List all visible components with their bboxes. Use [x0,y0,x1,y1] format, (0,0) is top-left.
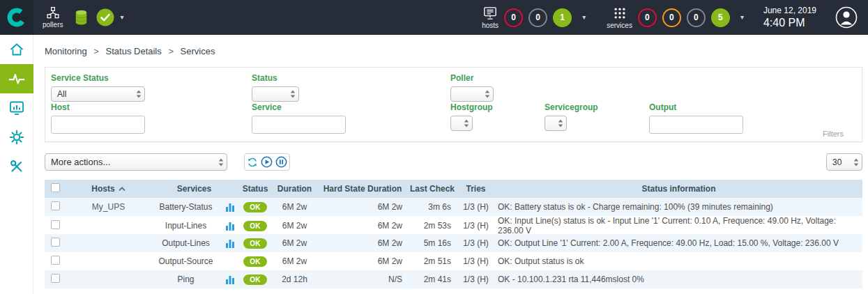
play-button[interactable] [261,156,273,168]
services-menu[interactable]: services [607,6,632,29]
services-chevron-down-icon[interactable]: ▾ [740,14,744,21]
service-name[interactable]: Output-Lines [150,238,222,248]
last-check-value: 2m 53s [408,221,457,231]
sidebar-item-monitoring[interactable] [0,64,33,93]
centreon-c-icon [6,7,27,28]
duration-value: 2d 12h [272,274,317,284]
output-label: Output [649,102,743,112]
host-label: Host [51,102,145,112]
filters-panel: Service Status All Status P [45,67,862,142]
service-graph-button[interactable] [222,222,238,231]
sidebar [0,35,33,294]
gear-icon [8,129,25,146]
service-name[interactable]: Ping [150,274,222,284]
service-graph-button[interactable] [222,275,238,284]
row-checkbox[interactable] [51,220,60,229]
select-arrows-icon [485,90,490,99]
status-badge: OK [243,221,267,231]
row-checkbox[interactable] [51,201,60,210]
host-input[interactable] [51,116,145,134]
pollers-menu[interactable]: pollers [43,6,63,29]
refresh-button[interactable] [247,157,258,168]
pollers-chevron-down-icon[interactable]: ▾ [120,14,123,21]
status-select[interactable] [252,86,299,102]
header-last-check[interactable]: Last Check [408,184,457,194]
row-checkbox[interactable] [51,238,60,247]
centreon-logo[interactable] [0,0,33,35]
hosts-menu[interactable]: hosts [482,6,498,29]
more-actions-value: More actions... [51,157,110,167]
hosts-chevron-down-icon[interactable]: ▾ [582,14,586,21]
tries-value: 1/3 (H) [457,238,495,248]
row-checkbox[interactable] [51,274,60,283]
header-tries[interactable]: Tries [457,184,495,194]
platform-health[interactable] [96,8,115,27]
servicegroup-label: Servicegroup [545,102,598,112]
hostgroup-select[interactable] [450,116,473,131]
hard-state-duration-value: N/S [317,274,408,284]
select-all-checkbox[interactable] [51,183,60,192]
services-icon [611,6,628,20]
hosts-down-badge[interactable]: 0 [504,8,523,27]
pause-button[interactable] [275,156,287,168]
output-input[interactable] [649,116,743,134]
sidebar-item-administration[interactable] [0,152,33,181]
page-size-select[interactable]: 30 [826,153,862,171]
duration-value: 6M 2w [272,238,317,248]
status-badge: OK [243,256,267,267]
header-services[interactable]: Services [150,184,238,194]
current-date: June 12, 2019 [763,6,816,15]
duration-value: 6M 2w [272,221,317,231]
service-name[interactable]: Battery-Status [150,202,222,212]
database-icon [74,9,89,26]
play-icon [261,156,273,168]
table-row: Input-Lines OK 6M 2w 6M 2w 2m 53s 1/3 (H… [45,216,862,234]
more-actions-select[interactable]: More actions... [45,153,227,171]
services-ok-badge[interactable]: 5 [711,8,730,27]
monitoring-pulse-icon [8,70,26,88]
breadcrumb-status-details[interactable]: Status Details [106,46,162,56]
pause-icon [275,156,287,168]
services-warning-badge[interactable]: 0 [662,8,681,27]
refresh-icon [247,157,258,168]
service-graph-button[interactable] [222,203,238,212]
servicegroup-select[interactable] [545,116,567,131]
user-menu[interactable] [835,6,858,29]
poller-select[interactable] [450,86,494,102]
breadcrumb-monitoring[interactable]: Monitoring [45,46,87,56]
table-row: My_UPS Battery-Status OK 6M 2w 6M 2w 3m … [45,198,862,216]
hosts-unreachable-badge[interactable]: 0 [528,8,547,27]
service-name[interactable]: Output-Source [150,256,222,266]
header-duration[interactable]: Duration [272,184,317,194]
row-checkbox[interactable] [51,256,60,265]
services-unknown-badge[interactable]: 0 [687,8,706,27]
tries-value: 1/3 (H) [457,256,495,266]
select-arrows-icon [464,119,469,128]
database-status[interactable] [74,9,89,26]
breadcrumb-services: Services [181,46,215,56]
status-label: Status [252,73,299,83]
page-size-value: 30 [832,157,842,167]
service-status-select[interactable]: All [51,86,145,102]
sidebar-item-reporting[interactable] [0,93,33,123]
sort-asc-icon [119,187,125,192]
last-check-value: 5m 16s [408,238,457,248]
service-graph-button[interactable] [222,239,238,248]
header-status-information[interactable]: Status information [495,184,862,194]
header-status[interactable]: Status [238,184,272,194]
hard-state-duration-value: 6M 2w [317,256,408,266]
duration-value: 6M 2w [272,256,317,266]
sidebar-item-configuration[interactable] [0,123,33,152]
host-name[interactable]: My_UPS [67,202,150,212]
services-critical-badge[interactable]: 0 [638,8,657,27]
breadcrumb: Monitoring > Status Details > Services [45,46,215,56]
header-hard-state-duration[interactable]: Hard State Duration [317,184,408,194]
service-input[interactable] [252,116,346,134]
hosts-up-badge[interactable]: 1 [553,8,572,27]
service-name[interactable]: Input-Lines [150,221,222,231]
health-check-icon [96,8,115,27]
sidebar-item-home[interactable] [0,35,33,64]
breadcrumb-separator: > [168,46,174,56]
tries-value: 1/3 (H) [457,274,495,284]
header-hosts[interactable]: Hosts [67,184,150,194]
